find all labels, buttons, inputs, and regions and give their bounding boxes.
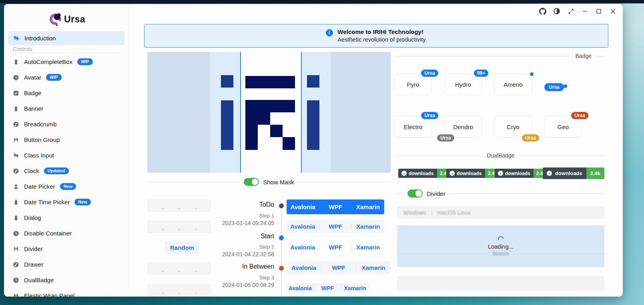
sidebar-item-label: AutoCompleteBox xyxy=(24,58,72,65)
dual-badge-label: downloads xyxy=(555,170,582,176)
group-button-xamarin[interactable]: Xamarin xyxy=(341,285,369,291)
timeline-line xyxy=(281,209,282,295)
group-button-wpf[interactable]: WPF xyxy=(319,203,351,210)
group-button-avalonia[interactable]: Avalonia xyxy=(287,203,319,210)
dual-badge: idownloads 2.4k xyxy=(398,169,452,178)
divider-toggle[interactable] xyxy=(407,189,423,197)
theme-toggle-icon[interactable] xyxy=(553,8,560,15)
sidebar-item-label: Button Group xyxy=(24,136,60,143)
save-icon xyxy=(13,246,19,252)
battery-icon xyxy=(13,59,19,65)
sidebar-item-divider[interactable]: Divider xyxy=(8,241,124,257)
sidebar-item-breadcrumb[interactable]: Breadcrumb xyxy=(8,116,124,132)
sidebar-item-label: DualBadge xyxy=(24,277,54,283)
sidebar-item-label: Avatar xyxy=(24,74,41,81)
sidebar-item-button-group[interactable]: Button Group xyxy=(8,132,124,148)
group-button-xamarin[interactable]: Xamarin xyxy=(352,223,384,230)
battery-icon xyxy=(13,215,19,221)
sidebar-item-class-input[interactable]: Class Input xyxy=(8,148,124,163)
show-mask-toggle[interactable] xyxy=(244,178,259,186)
group-button-xamarin[interactable]: Xamarin xyxy=(352,244,384,251)
sidebar-item-dialog[interactable]: Dialog xyxy=(8,210,124,225)
ursa-bear-icon xyxy=(47,11,63,27)
card-label: Dendro xyxy=(453,124,473,130)
sidebar: Ursa Introduction Controls AutoCompleteB… xyxy=(4,4,129,297)
new-badge: New xyxy=(60,183,76,190)
badge-card-cryo: Cryo Ursa xyxy=(494,116,532,138)
music-note-icon xyxy=(13,121,19,128)
timeline-step: Step 3 xyxy=(186,275,274,281)
group-button-wpf[interactable]: WPF xyxy=(319,223,352,230)
sidebar-item-label: Breadcrumb xyxy=(24,121,57,128)
divider-toggle-label: Divider xyxy=(427,190,445,197)
timeline-step: Step 1 xyxy=(186,213,274,219)
group-button-xamarin[interactable]: Xamarin xyxy=(356,264,391,271)
clock-icon xyxy=(13,277,19,283)
badge-card-dendro: Dendro Ursa xyxy=(444,116,482,138)
close-icon[interactable] xyxy=(609,8,616,15)
sidebar-item-elastic-wrap-panel[interactable]: Elastic Wrap Panel xyxy=(8,288,124,297)
logo-pixel xyxy=(245,137,258,150)
badge-section-divider: Badge xyxy=(397,53,604,59)
sidebar-item-label: Elastic Wrap Panel xyxy=(24,292,74,297)
maximize-icon[interactable] xyxy=(595,8,602,15)
sidebar-item-label: Badge xyxy=(24,90,41,96)
group-button-avalonia[interactable]: Avalonia xyxy=(287,244,319,251)
sidebar-item-badge[interactable]: Badge xyxy=(8,85,124,101)
wip-badge: WIP xyxy=(46,74,62,81)
sidebar-item-label: Dialog xyxy=(24,214,41,221)
count-badge: 99+ xyxy=(474,70,488,77)
group-button-avalonia[interactable]: Avalonia xyxy=(287,223,319,230)
group-button-wpf[interactable]: WPF xyxy=(319,244,352,251)
sidebar-item-autocompletebox[interactable]: AutoCompleteBox WIP xyxy=(8,54,124,70)
loading-spinner-icon xyxy=(497,235,505,243)
divider-line xyxy=(147,182,240,182)
group-button-avalonia[interactable]: Avalonia xyxy=(287,264,321,271)
sidebar-item-banner[interactable]: Banner xyxy=(8,101,124,116)
group-button-xamarin[interactable]: Xamarin xyxy=(352,203,384,210)
logo-pixel xyxy=(245,100,295,112)
tab-separator: | xyxy=(431,209,433,216)
dualbadge-section-title: DualBadge xyxy=(487,152,514,159)
tab-macos-linux[interactable]: macOS Linux xyxy=(437,209,471,216)
loading-text: Loading... xyxy=(488,243,514,250)
sidebar-item-drawer[interactable]: Drawer xyxy=(8,257,124,272)
battery-icon xyxy=(13,106,19,112)
check-square-icon xyxy=(13,90,19,96)
sidebar-item-introduction[interactable]: Introduction xyxy=(8,31,124,45)
irihi-logo-graphic xyxy=(147,52,391,173)
dual-badge-value: 2.4k xyxy=(586,167,604,179)
card-label: Ameno xyxy=(504,81,523,88)
info-icon: i xyxy=(449,171,455,176)
sidebar-item-dualbadge[interactable]: DualBadge xyxy=(8,272,124,288)
github-icon[interactable] xyxy=(539,8,546,15)
ursa-badge: Ursa xyxy=(437,134,454,142)
sidebar-section-divider xyxy=(12,53,120,53)
group-button-avalonia[interactable]: Avalonia xyxy=(287,285,314,291)
sidebar-item-disable-container[interactable]: Disable Container xyxy=(8,225,124,241)
group-button-wpf[interactable]: WPF xyxy=(314,285,341,291)
banner-title: Welcome to IRIHI Technology! xyxy=(338,28,427,36)
divider-line xyxy=(397,155,481,156)
logo-pixel xyxy=(221,75,233,88)
window-controls xyxy=(539,8,616,15)
minimize-icon[interactable] xyxy=(581,8,588,15)
sidebar-item-avatar[interactable]: Avatar WIP xyxy=(8,70,124,85)
card-label: Electro xyxy=(404,124,423,130)
sidebar-section-label: Controls xyxy=(13,46,32,52)
resize-icon[interactable] xyxy=(567,8,574,15)
ipv4-dot: . xyxy=(162,204,164,210)
dual-badge-label: downloads xyxy=(457,171,482,176)
sidebar-item-label: Disable Container xyxy=(24,230,72,237)
sidebar-nav-list: AutoCompleteBox WIP Avatar WIP Badge Ban… xyxy=(4,54,128,297)
group-button-wpf[interactable]: WPF xyxy=(321,264,356,271)
card-label: Pyro xyxy=(407,81,419,88)
logo-pixel xyxy=(245,125,258,137)
banner-subtitle: Aesthetic revolution of productivity. xyxy=(338,36,427,44)
music-note-icon xyxy=(13,168,19,174)
sidebar-item-clock[interactable]: Clock Updated xyxy=(8,163,124,179)
sidebar-item-date-picker[interactable]: Date Picker New xyxy=(8,179,124,194)
divider-line xyxy=(449,193,604,194)
sidebar-item-date-time-picker[interactable]: Date Time Picker New xyxy=(8,194,124,210)
tab-windows[interactable]: Windows xyxy=(403,209,426,216)
